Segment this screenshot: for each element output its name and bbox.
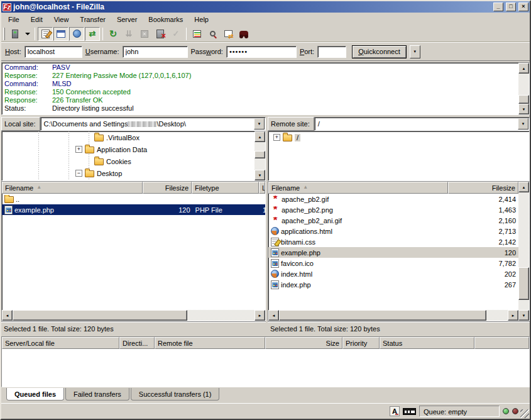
toggle-message-log-button[interactable] <box>38 27 53 41</box>
scroll-down-icon[interactable]: ▼ <box>518 310 529 321</box>
scrollbar-thumb[interactable] <box>518 95 529 104</box>
close-button[interactable]: × <box>518 3 528 11</box>
scroll-down-icon[interactable]: ▼ <box>518 104 529 114</box>
local-list-header: Filename▲ Filesize Filetype L <box>2 182 265 194</box>
file-row-parent-dir[interactable]: .. <box>2 194 265 204</box>
local-path-combo[interactable]: C:\Documents and Settings\Desktop\ ▼ <box>40 117 266 131</box>
tree-item-cookies[interactable]: Cookies <box>2 155 255 167</box>
column-filesize[interactable]: Filesize <box>143 182 192 194</box>
remote-path[interactable]: / <box>315 118 517 130</box>
file-row[interactable]: *apache_pb2_ani.gif2,160 <box>268 215 518 226</box>
column-last-modified[interactable]: L <box>259 182 265 194</box>
column-filename[interactable]: Filename▲ <box>268 182 448 194</box>
scrollbar-thumb[interactable] <box>13 310 187 321</box>
column-filetype[interactable]: Filetype <box>192 182 259 194</box>
file-row[interactable]: bitnami.css2,142 <box>268 236 518 247</box>
file-row-selected[interactable]: example.php120 <box>268 247 518 258</box>
scroll-up-icon[interactable]: ▲ <box>518 182 529 192</box>
cancel-button[interactable]: × <box>137 27 152 41</box>
menu-server[interactable]: Server <box>111 14 143 25</box>
local-tree-scrollbar[interactable]: ▲ ▼ <box>255 131 265 180</box>
quickconnect-button[interactable]: Quickconnect <box>352 45 407 58</box>
process-queue-button[interactable]: ⇊ <box>121 27 136 41</box>
file-row[interactable]: *apache_pb2.gif2,414 <box>268 194 518 204</box>
toolbar-grip[interactable] <box>3 28 5 40</box>
local-path[interactable]: C:\Documents and Settings\Desktop\ <box>41 118 253 130</box>
file-row[interactable]: index.html202 <box>268 268 518 279</box>
column-size[interactable]: Size <box>265 337 342 349</box>
maximize-button[interactable]: □ <box>506 3 516 11</box>
menu-help[interactable]: Help <box>189 14 214 25</box>
menu-view[interactable]: View <box>48 14 75 25</box>
expand-icon[interactable]: + <box>273 134 280 141</box>
toggle-transfer-queue-button[interactable]: ⇄ <box>85 27 100 41</box>
toggle-remote-tree-button[interactable] <box>69 27 84 41</box>
remote-hscrollbar[interactable]: ◄ ► <box>268 310 518 321</box>
remote-vscrollbar[interactable]: ▲ ▼ <box>518 182 529 321</box>
remote-path-dropdown[interactable]: ▼ <box>518 118 528 130</box>
tree-item-virtualbox[interactable]: .VirtualBox <box>2 131 255 143</box>
toggle-local-tree-button[interactable] <box>53 27 68 41</box>
port-input[interactable] <box>317 46 346 58</box>
file-row-example-php[interactable]: example.php 120 PHP File 1 <box>2 204 265 215</box>
menu-bookmarks[interactable]: Bookmarks <box>143 14 189 25</box>
menu-transfer[interactable]: Transfer <box>74 14 111 25</box>
reconnect-button[interactable]: ✓ <box>168 27 183 41</box>
file-row[interactable]: favicon.ico7,782 <box>268 258 518 268</box>
local-path-dropdown[interactable]: ▼ <box>254 118 265 130</box>
file-row[interactable]: index.php267 <box>268 279 518 290</box>
scroll-left-icon[interactable]: ◄ <box>268 310 279 321</box>
find-files-button[interactable] <box>236 27 251 41</box>
column-remote-file[interactable]: Remote file <box>155 337 265 349</box>
scrollbar-thumb[interactable] <box>255 151 265 158</box>
tab-failed-transfers[interactable]: Failed transfers <box>65 388 129 401</box>
titlebar[interactable]: Fz john@localhost - FileZilla _ □ × <box>1 1 530 13</box>
minimize-button[interactable]: _ <box>493 3 503 11</box>
host-input[interactable] <box>25 46 82 58</box>
chevron-down-icon: ▼ <box>258 122 261 126</box>
folder-icon <box>283 135 292 141</box>
synchronized-browsing-button[interactable] <box>221 27 236 41</box>
file-row[interactable]: *apache_pb2.png1,463 <box>268 204 518 215</box>
collapse-icon[interactable]: − <box>75 170 82 177</box>
site-manager-dropdown[interactable] <box>25 33 30 35</box>
scroll-right-icon[interactable]: ► <box>255 310 265 321</box>
log-scrollbar[interactable]: ▲ ▼ <box>518 63 529 114</box>
scroll-right-icon[interactable]: ► <box>508 310 518 321</box>
transfer-type-icon[interactable]: A <box>390 406 400 416</box>
file-row[interactable]: applications.html2,713 <box>268 226 518 236</box>
tab-queued-files[interactable]: Queued files <box>6 388 64 401</box>
scroll-left-icon[interactable]: ◄ <box>2 310 13 321</box>
menu-file[interactable]: File <box>3 14 25 25</box>
scrollbar-thumb[interactable] <box>279 310 486 321</box>
local-hscrollbar[interactable]: ◄ ► <box>2 310 265 321</box>
column-status[interactable]: Status <box>380 337 474 349</box>
column-priority[interactable]: Priority <box>342 337 380 349</box>
remote-path-combo[interactable]: / ▼ <box>314 117 530 131</box>
quickconnect-bar: Host: Username: Password: Port: Quickcon… <box>1 42 530 61</box>
resize-grip[interactable] <box>520 409 529 418</box>
speed-limits-icon[interactable] <box>403 408 416 415</box>
password-input[interactable] <box>226 46 297 58</box>
scrollbar-thumb[interactable] <box>518 267 529 300</box>
tab-successful-transfers[interactable]: Successful transfers (1) <box>131 388 220 401</box>
scroll-down-icon[interactable]: ▼ <box>255 170 265 180</box>
disconnect-button[interactable] <box>153 27 168 41</box>
tree-item-desktop[interactable]: −Desktop <box>2 167 255 179</box>
directory-comparison-button[interactable] <box>189 27 204 41</box>
tree-item-application-data[interactable]: +Application Data <box>2 143 255 155</box>
quickconnect-dropdown[interactable]: ▼ <box>410 45 420 58</box>
column-direction[interactable]: Directi... <box>119 337 155 349</box>
refresh-button[interactable]: ↻ <box>106 27 121 41</box>
username-input[interactable] <box>123 46 188 58</box>
menu-edit[interactable]: Edit <box>25 14 48 25</box>
site-manager-button[interactable] <box>8 27 23 41</box>
column-filesize[interactable]: Filesize <box>448 182 518 194</box>
expand-icon[interactable]: + <box>75 146 82 153</box>
column-filename[interactable]: Filename▲ <box>2 182 143 194</box>
tree-item-root[interactable]: +/ <box>268 131 529 143</box>
filter-button[interactable] <box>205 27 220 41</box>
scroll-up-icon[interactable]: ▲ <box>255 131 265 142</box>
column-server-local-file[interactable]: Server/Local file <box>2 337 119 349</box>
scroll-up-icon[interactable]: ▲ <box>518 63 529 74</box>
